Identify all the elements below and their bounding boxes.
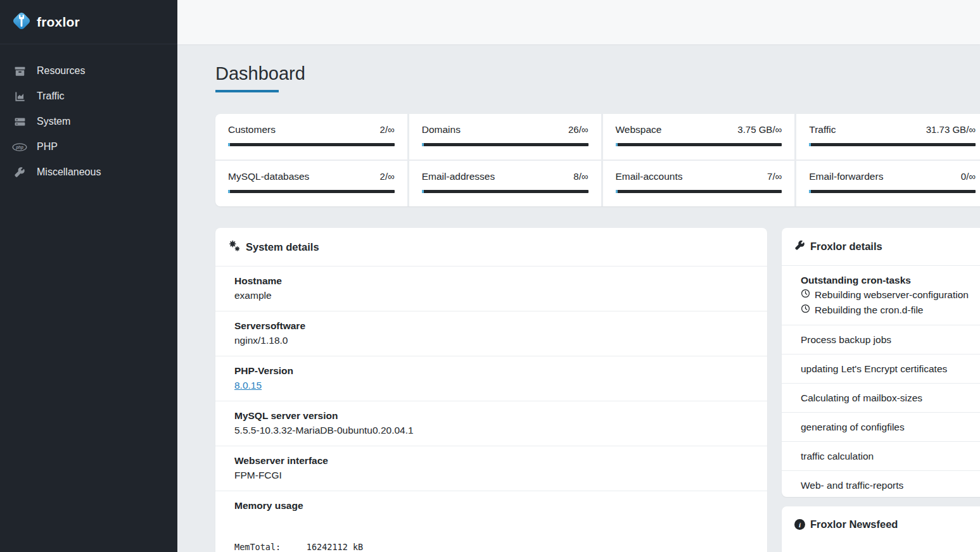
stat-label: Email-addresses	[422, 171, 495, 182]
stat-value: 8/∞	[573, 171, 588, 182]
main-area: Dashboard Customers 2/∞ Domains 26/∞	[177, 0, 980, 552]
sidebar-item-label: Traffic	[37, 91, 65, 102]
froxlor-details-card: Froxlor details Outstanding cron-tasks R…	[782, 228, 980, 497]
cron-info-row: generating of configfiles	[782, 412, 980, 441]
system-row-php-version: PHP-Version 8.0.15	[215, 356, 767, 401]
progress-fill	[809, 190, 811, 193]
stat-card-email-addresses[interactable]: Email-addresses 8/∞	[409, 161, 601, 206]
newsfeed-card: i Froxlor Newsfeed	[782, 506, 980, 552]
stat-card-email-accounts[interactable]: Email-accounts 7/∞	[603, 161, 795, 206]
sidebar-item-traffic[interactable]: Traffic	[0, 84, 177, 109]
box-archive-icon	[11, 65, 28, 77]
stat-label: Email-accounts	[616, 171, 683, 182]
stat-label: MySQL-databases	[228, 171, 309, 182]
sidebar-item-label: PHP	[37, 141, 58, 153]
cron-tasks-row: Outstanding cron-tasks Rebuilding webser…	[782, 265, 980, 325]
progress-bar	[422, 143, 589, 146]
info-icon: i	[794, 519, 805, 530]
stat-label: Domains	[422, 124, 461, 135]
brand-name: froxlor	[37, 15, 80, 30]
progress-fill	[616, 143, 618, 146]
progress-fill	[422, 143, 424, 146]
progress-bar	[616, 143, 782, 146]
system-row-mysql-version: MySQL server version 5.5.5-10.3.32-Maria…	[215, 401, 767, 446]
sidebar-item-miscellaneous[interactable]: Miscellaneous	[0, 160, 177, 185]
cron-info-row: Web- and traffic-reports	[782, 470, 980, 497]
card-title: Froxlor details	[810, 241, 882, 253]
stat-label: Customers	[228, 124, 276, 135]
page-title: Dashboard	[215, 63, 305, 84]
sidebar-item-php[interactable]: php PHP	[0, 134, 177, 160]
clock-icon	[801, 303, 810, 318]
cron-info-row: updating Let's Encrypt certificates	[782, 354, 980, 383]
stat-value: 0/∞	[961, 171, 976, 182]
stat-card-webspace[interactable]: Webspace 3.75 GB/∞	[603, 114, 795, 160]
stat-label: Traffic	[809, 124, 836, 135]
php-version-link[interactable]: 8.0.15	[234, 380, 262, 391]
progress-bar	[616, 190, 782, 193]
wrench-icon	[794, 240, 805, 253]
progress-bar	[809, 190, 976, 193]
stat-label: Webspace	[616, 124, 662, 135]
card-title: System details	[246, 241, 319, 253]
sidebar-item-resources[interactable]: Resources	[0, 58, 177, 84]
stat-value: 2/∞	[380, 171, 395, 182]
cron-task: Rebuilding webserver-configuration	[801, 287, 972, 303]
progress-bar	[228, 143, 395, 146]
progress-fill	[616, 190, 618, 193]
progress-fill	[228, 143, 230, 146]
clock-icon	[801, 287, 810, 303]
system-row-hostname: Hostname example	[215, 266, 767, 311]
stat-card-traffic[interactable]: Traffic 31.73 GB/∞	[796, 114, 980, 160]
stat-value: 26/∞	[568, 124, 589, 135]
php-icon: php	[11, 142, 28, 152]
stat-value: 7/∞	[767, 171, 782, 182]
progress-fill	[809, 143, 811, 146]
sidebar: froxlor Resources Traffic	[0, 0, 177, 552]
chart-icon	[11, 91, 28, 103]
progress-bar	[422, 190, 589, 193]
title-underline	[215, 90, 279, 92]
topbar	[177, 0, 980, 44]
sidebar-item-label: Resources	[37, 65, 85, 77]
memory-values: MemTotal: 16242112 kB MemFree: 1945280 k…	[234, 514, 748, 552]
stat-card-domains[interactable]: Domains 26/∞	[409, 114, 601, 160]
newsfeed-header: i Froxlor Newsfeed	[782, 506, 980, 543]
gears-icon	[228, 240, 241, 254]
stat-label: Email-forwarders	[809, 171, 883, 182]
cron-info-row: Process backup jobs	[782, 325, 980, 354]
stat-card-customers[interactable]: Customers 2/∞	[215, 114, 407, 160]
stat-value: 31.73 GB/∞	[926, 124, 976, 135]
system-details-card: System details Hostname example Serverso…	[215, 228, 767, 552]
svg-text:php: php	[15, 144, 23, 149]
sidebar-nav: Resources Traffic System	[0, 58, 177, 185]
wrench-icon	[11, 166, 28, 178]
stat-value: 3.75 GB/∞	[737, 124, 782, 135]
cron-task: Rebuilding the cron.d-file	[801, 303, 972, 318]
content: Dashboard Customers 2/∞ Domains 26/∞	[177, 44, 980, 552]
server-icon	[11, 116, 28, 128]
system-row-serversoftware: Serversoftware nginx/1.18.0	[215, 311, 767, 356]
system-row-memory-usage: Memory usage MemTotal: 16242112 kB MemFr…	[215, 491, 767, 552]
sidebar-item-system[interactable]: System	[0, 109, 177, 134]
progress-bar	[228, 190, 395, 193]
progress-fill	[228, 190, 230, 193]
sidebar-item-label: Miscellaneous	[37, 166, 101, 178]
froxlor-logo-icon	[10, 9, 33, 35]
brand[interactable]: froxlor	[0, 0, 177, 44]
stat-value: 2/∞	[380, 124, 395, 135]
card-title: Froxlor Newsfeed	[810, 518, 898, 530]
progress-fill	[422, 190, 424, 193]
cron-info-row: traffic calculation	[782, 441, 980, 470]
stat-card-mysql-databases[interactable]: MySQL-databases 2/∞	[215, 161, 407, 206]
cron-info-row: Calculating of mailbox-sizes	[782, 383, 980, 412]
system-details-header: System details	[215, 228, 767, 266]
froxlor-details-header: Froxlor details	[782, 228, 980, 265]
stats-grid: Customers 2/∞ Domains 26/∞ Webspace 3.75…	[215, 114, 980, 206]
sidebar-item-label: System	[37, 116, 70, 127]
system-row-webserver-interface: Webserver interface FPM-FCGI	[215, 446, 767, 491]
stat-card-email-forwarders[interactable]: Email-forwarders 0/∞	[796, 161, 980, 206]
progress-bar	[809, 143, 976, 146]
